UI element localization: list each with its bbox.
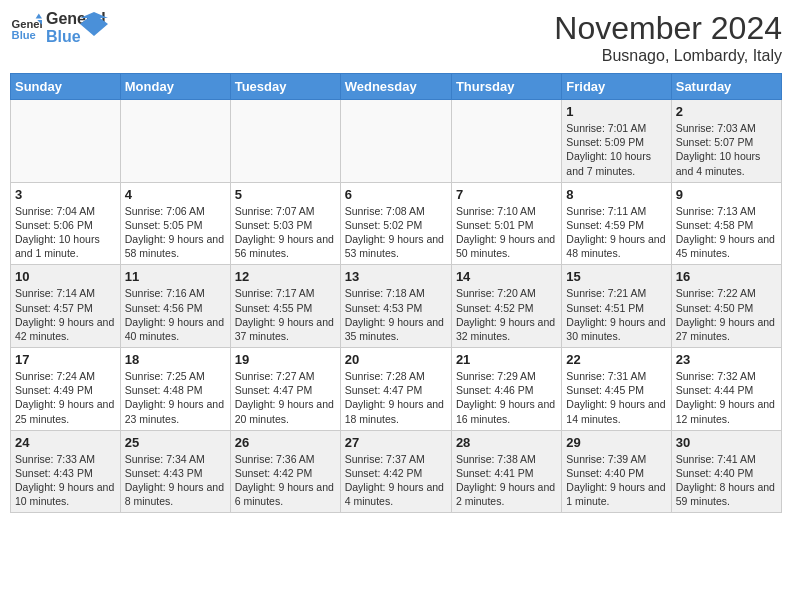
- day-info: Sunrise: 7:27 AM Sunset: 4:47 PM Dayligh…: [235, 369, 336, 426]
- day-info: Sunrise: 7:01 AM Sunset: 5:09 PM Dayligh…: [566, 121, 666, 178]
- day-number: 10: [15, 269, 116, 284]
- day-info: Sunrise: 7:11 AM Sunset: 4:59 PM Dayligh…: [566, 204, 666, 261]
- month-year-title: November 2024: [554, 10, 782, 47]
- calendar-cell: 10Sunrise: 7:14 AM Sunset: 4:57 PM Dayli…: [11, 265, 121, 348]
- day-number: 29: [566, 435, 666, 450]
- calendar-cell: 30Sunrise: 7:41 AM Sunset: 4:40 PM Dayli…: [671, 430, 781, 513]
- day-info: Sunrise: 7:06 AM Sunset: 5:05 PM Dayligh…: [125, 204, 226, 261]
- calendar-cell: 9Sunrise: 7:13 AM Sunset: 4:58 PM Daylig…: [671, 182, 781, 265]
- day-info: Sunrise: 7:24 AM Sunset: 4:49 PM Dayligh…: [15, 369, 116, 426]
- day-info: Sunrise: 7:29 AM Sunset: 4:46 PM Dayligh…: [456, 369, 557, 426]
- calendar-cell: 1Sunrise: 7:01 AM Sunset: 5:09 PM Daylig…: [562, 100, 671, 183]
- day-info: Sunrise: 7:38 AM Sunset: 4:41 PM Dayligh…: [456, 452, 557, 509]
- day-info: Sunrise: 7:17 AM Sunset: 4:55 PM Dayligh…: [235, 286, 336, 343]
- day-info: Sunrise: 7:37 AM Sunset: 4:42 PM Dayligh…: [345, 452, 447, 509]
- day-info: Sunrise: 7:32 AM Sunset: 4:44 PM Dayligh…: [676, 369, 777, 426]
- calendar-cell: 20Sunrise: 7:28 AM Sunset: 4:47 PM Dayli…: [340, 348, 451, 431]
- location-subtitle: Busnago, Lombardy, Italy: [554, 47, 782, 65]
- calendar-cell: [340, 100, 451, 183]
- col-header-sunday: Sunday: [11, 74, 121, 100]
- day-number: 21: [456, 352, 557, 367]
- calendar-cell: 28Sunrise: 7:38 AM Sunset: 4:41 PM Dayli…: [451, 430, 561, 513]
- day-info: Sunrise: 7:21 AM Sunset: 4:51 PM Dayligh…: [566, 286, 666, 343]
- day-info: Sunrise: 7:10 AM Sunset: 5:01 PM Dayligh…: [456, 204, 557, 261]
- day-number: 24: [15, 435, 116, 450]
- day-info: Sunrise: 7:03 AM Sunset: 5:07 PM Dayligh…: [676, 121, 777, 178]
- calendar-cell: [451, 100, 561, 183]
- calendar-week-row: 3Sunrise: 7:04 AM Sunset: 5:06 PM Daylig…: [11, 182, 782, 265]
- day-number: 16: [676, 269, 777, 284]
- calendar-cell: 17Sunrise: 7:24 AM Sunset: 4:49 PM Dayli…: [11, 348, 121, 431]
- logo-icon: General Blue: [10, 12, 42, 44]
- calendar-cell: 2Sunrise: 7:03 AM Sunset: 5:07 PM Daylig…: [671, 100, 781, 183]
- calendar-cell: 25Sunrise: 7:34 AM Sunset: 4:43 PM Dayli…: [120, 430, 230, 513]
- calendar-cell: 19Sunrise: 7:27 AM Sunset: 4:47 PM Dayli…: [230, 348, 340, 431]
- day-number: 22: [566, 352, 666, 367]
- calendar-cell: 7Sunrise: 7:10 AM Sunset: 5:01 PM Daylig…: [451, 182, 561, 265]
- day-info: Sunrise: 7:28 AM Sunset: 4:47 PM Dayligh…: [345, 369, 447, 426]
- day-number: 2: [676, 104, 777, 119]
- calendar-cell: 5Sunrise: 7:07 AM Sunset: 5:03 PM Daylig…: [230, 182, 340, 265]
- calendar-cell: 23Sunrise: 7:32 AM Sunset: 4:44 PM Dayli…: [671, 348, 781, 431]
- calendar-cell: [230, 100, 340, 183]
- day-number: 25: [125, 435, 226, 450]
- day-info: Sunrise: 7:07 AM Sunset: 5:03 PM Dayligh…: [235, 204, 336, 261]
- calendar-cell: 4Sunrise: 7:06 AM Sunset: 5:05 PM Daylig…: [120, 182, 230, 265]
- day-number: 4: [125, 187, 226, 202]
- day-info: Sunrise: 7:36 AM Sunset: 4:42 PM Dayligh…: [235, 452, 336, 509]
- calendar-cell: 12Sunrise: 7:17 AM Sunset: 4:55 PM Dayli…: [230, 265, 340, 348]
- day-info: Sunrise: 7:20 AM Sunset: 4:52 PM Dayligh…: [456, 286, 557, 343]
- col-header-saturday: Saturday: [671, 74, 781, 100]
- calendar-week-row: 17Sunrise: 7:24 AM Sunset: 4:49 PM Dayli…: [11, 348, 782, 431]
- calendar-cell: [11, 100, 121, 183]
- day-number: 27: [345, 435, 447, 450]
- page-header: General Blue General Blue November 2024 …: [10, 10, 782, 65]
- day-info: Sunrise: 7:33 AM Sunset: 4:43 PM Dayligh…: [15, 452, 116, 509]
- day-info: Sunrise: 7:39 AM Sunset: 4:40 PM Dayligh…: [566, 452, 666, 509]
- day-number: 9: [676, 187, 777, 202]
- calendar-cell: 15Sunrise: 7:21 AM Sunset: 4:51 PM Dayli…: [562, 265, 671, 348]
- day-number: 11: [125, 269, 226, 284]
- calendar-cell: 6Sunrise: 7:08 AM Sunset: 5:02 PM Daylig…: [340, 182, 451, 265]
- calendar-week-row: 1Sunrise: 7:01 AM Sunset: 5:09 PM Daylig…: [11, 100, 782, 183]
- col-header-friday: Friday: [562, 74, 671, 100]
- day-info: Sunrise: 7:41 AM Sunset: 4:40 PM Dayligh…: [676, 452, 777, 509]
- day-number: 8: [566, 187, 666, 202]
- svg-text:Blue: Blue: [12, 29, 36, 41]
- calendar-title-block: November 2024 Busnago, Lombardy, Italy: [554, 10, 782, 65]
- day-number: 28: [456, 435, 557, 450]
- day-number: 15: [566, 269, 666, 284]
- day-info: Sunrise: 7:34 AM Sunset: 4:43 PM Dayligh…: [125, 452, 226, 509]
- calendar-cell: 14Sunrise: 7:20 AM Sunset: 4:52 PM Dayli…: [451, 265, 561, 348]
- logo: General Blue General Blue: [10, 10, 108, 46]
- calendar-cell: 24Sunrise: 7:33 AM Sunset: 4:43 PM Dayli…: [11, 430, 121, 513]
- calendar-cell: 16Sunrise: 7:22 AM Sunset: 4:50 PM Dayli…: [671, 265, 781, 348]
- col-header-tuesday: Tuesday: [230, 74, 340, 100]
- day-number: 1: [566, 104, 666, 119]
- calendar-table: SundayMondayTuesdayWednesdayThursdayFrid…: [10, 73, 782, 513]
- day-info: Sunrise: 7:22 AM Sunset: 4:50 PM Dayligh…: [676, 286, 777, 343]
- day-number: 18: [125, 352, 226, 367]
- calendar-cell: 8Sunrise: 7:11 AM Sunset: 4:59 PM Daylig…: [562, 182, 671, 265]
- calendar-cell: 21Sunrise: 7:29 AM Sunset: 4:46 PM Dayli…: [451, 348, 561, 431]
- day-info: Sunrise: 7:14 AM Sunset: 4:57 PM Dayligh…: [15, 286, 116, 343]
- calendar-cell: 27Sunrise: 7:37 AM Sunset: 4:42 PM Dayli…: [340, 430, 451, 513]
- svg-marker-2: [36, 14, 42, 19]
- col-header-monday: Monday: [120, 74, 230, 100]
- svg-text:General: General: [12, 18, 42, 30]
- col-header-wednesday: Wednesday: [340, 74, 451, 100]
- day-info: Sunrise: 7:08 AM Sunset: 5:02 PM Dayligh…: [345, 204, 447, 261]
- logo-bird-icon: [80, 8, 108, 36]
- day-number: 12: [235, 269, 336, 284]
- day-number: 7: [456, 187, 557, 202]
- calendar-week-row: 24Sunrise: 7:33 AM Sunset: 4:43 PM Dayli…: [11, 430, 782, 513]
- calendar-cell: 13Sunrise: 7:18 AM Sunset: 4:53 PM Dayli…: [340, 265, 451, 348]
- day-info: Sunrise: 7:04 AM Sunset: 5:06 PM Dayligh…: [15, 204, 116, 261]
- svg-marker-4: [80, 12, 108, 36]
- day-number: 30: [676, 435, 777, 450]
- day-number: 14: [456, 269, 557, 284]
- day-number: 5: [235, 187, 336, 202]
- day-number: 19: [235, 352, 336, 367]
- day-info: Sunrise: 7:18 AM Sunset: 4:53 PM Dayligh…: [345, 286, 447, 343]
- day-info: Sunrise: 7:16 AM Sunset: 4:56 PM Dayligh…: [125, 286, 226, 343]
